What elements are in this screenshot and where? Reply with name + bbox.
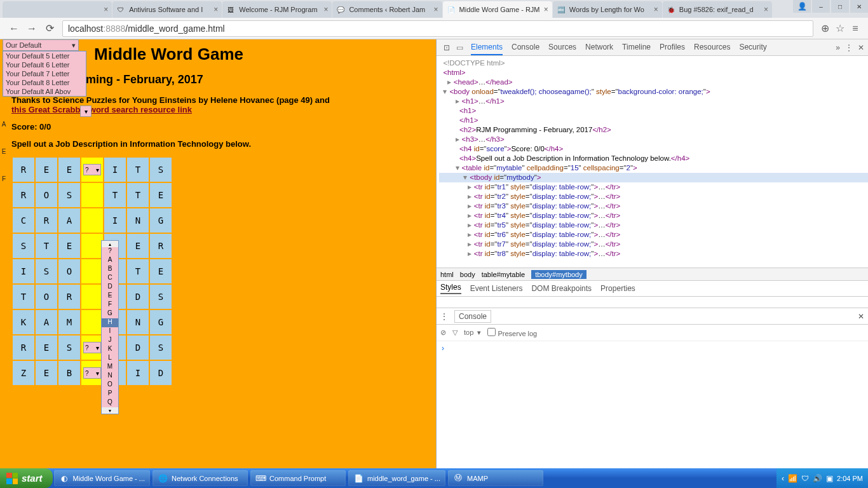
mode-dropdown-list[interactable]: Your Default 5 LetterYour Default 6 Lett…	[3, 51, 86, 97]
mode-option[interactable]: Your Default 6 Letter	[3, 60, 86, 69]
tray-shield-icon[interactable]: 🛡	[801, 474, 809, 483]
devtools-tab[interactable]: Profiles	[660, 40, 685, 55]
alpha-option[interactable]: K	[102, 345, 118, 354]
answer-cell[interactable]: ?▾	[81, 336, 103, 360]
more-tabs-icon[interactable]: »	[836, 43, 840, 52]
forward-button[interactable]: →	[23, 20, 41, 37]
tab-close-icon[interactable]: ×	[651, 5, 658, 14]
taskbar-item[interactable]: ⓂMAMP	[448, 470, 543, 486]
popup-down-arrow-icon[interactable]: ▾	[102, 407, 118, 414]
inspect-icon[interactable]: ⊡	[440, 41, 453, 54]
styles-subtab[interactable]: Event Listeners	[470, 284, 523, 293]
alpha-option[interactable]: J	[102, 336, 118, 345]
browser-tab[interactable]: 🛡Antivirus Software and I×	[112, 1, 222, 18]
tab-close-icon[interactable]: ×	[541, 5, 548, 14]
mode-dropdown-selected[interactable]: Our Default▾	[3, 39, 79, 51]
mode-dropdown[interactable]: Our Default▾ Your Default 5 LetterYour D…	[3, 39, 86, 97]
styles-subtab[interactable]: DOM Breakpoints	[531, 284, 592, 293]
tab-close-icon[interactable]: ×	[211, 5, 218, 14]
clear-console-icon[interactable]: ⊘	[440, 329, 446, 337]
answer-cell[interactable]	[81, 310, 103, 334]
reload-button[interactable]: ⟳	[41, 20, 58, 37]
breadcrumb-item[interactable]: table#mytable	[482, 271, 526, 278]
devtools-tab[interactable]: Timeline	[622, 40, 651, 55]
alpha-option[interactable]: Q	[102, 398, 118, 407]
profile-icon[interactable]: 👤	[793, 0, 811, 13]
taskbar-item[interactable]: 📄middle_word_game - ...	[348, 470, 445, 486]
alpha-option[interactable]: O	[102, 381, 118, 390]
devtools-tab[interactable]: Sources	[548, 40, 576, 55]
answer-cell[interactable]	[81, 208, 103, 233]
devtools-tab[interactable]: Console	[512, 40, 539, 55]
alpha-option[interactable]: A	[102, 256, 118, 265]
tray-arrow-icon[interactable]: ‹	[782, 474, 784, 483]
devtools-close-icon[interactable]: ✕	[858, 43, 864, 52]
filter-icon[interactable]: ▽	[452, 329, 458, 337]
hamburger-menu-icon[interactable]: ≡	[848, 21, 863, 36]
console-drawer-menu-icon[interactable]: ⋮	[440, 312, 448, 321]
breadcrumb-item[interactable]: tbody#mytbody	[531, 270, 587, 279]
browser-tab[interactable]: 🖼Welcome - RJM Program×	[222, 1, 332, 18]
alpha-option[interactable]: B	[102, 265, 118, 274]
start-button[interactable]: start	[0, 468, 53, 488]
clock[interactable]: 2:04 PM	[837, 475, 863, 482]
minimize-button[interactable]: –	[812, 0, 830, 13]
taskbar-item[interactable]: ⌨Command Prompt	[250, 470, 346, 486]
browser-tab[interactable]: ×	[3, 1, 112, 18]
close-button[interactable]: ✕	[850, 0, 868, 13]
system-tray[interactable]: ‹ 📶 🛡 🔊 ▣ 2:04 PM	[776, 468, 868, 488]
alpha-option[interactable]: P	[102, 390, 118, 398]
tab-close-icon[interactable]: ×	[321, 5, 328, 14]
answer-cell[interactable]: ?▾	[81, 158, 103, 182]
alpha-option[interactable]: H	[102, 318, 118, 327]
devtools-menu-icon[interactable]: ⋮	[845, 43, 853, 52]
maximize-button[interactable]: □	[831, 0, 849, 13]
console-tab-label[interactable]: Console	[454, 310, 491, 323]
tab-close-icon[interactable]: ×	[431, 5, 438, 14]
browser-tab[interactable]: 🐞Bug #5826: exif_read_d×	[663, 1, 772, 18]
preserve-log-checkbox[interactable]: Preserve log	[487, 328, 537, 337]
tray-app-icon[interactable]: ▣	[826, 474, 833, 483]
bookmark-star-icon[interactable]: ☆	[832, 21, 848, 36]
mode-option[interactable]: Your Default 8 Letter	[3, 78, 86, 87]
breadcrumb[interactable]: htmlbodytable#mytabletbody#mytbody	[437, 268, 868, 280]
devtools-tab[interactable]: Security	[739, 40, 766, 55]
mode-dropdown-aux-arrow[interactable]: ▾	[80, 105, 92, 117]
alpha-option[interactable]: G	[102, 309, 118, 318]
taskbar-item[interactable]: ◐Middle Word Game - ...	[54, 470, 151, 486]
alpha-option[interactable]: N	[102, 372, 118, 381]
console-body[interactable]: ›	[437, 341, 868, 468]
context-select[interactable]: top ▾	[464, 329, 481, 337]
alpha-option[interactable]: M	[102, 363, 118, 372]
alpha-option[interactable]: I	[102, 327, 118, 336]
alpha-option[interactable]: L	[102, 354, 118, 363]
letter-select[interactable]: ?▾	[83, 367, 101, 379]
styles-subtab[interactable]: Properties	[600, 284, 635, 293]
devtools-tab[interactable]: Network	[585, 40, 613, 55]
alpha-option[interactable]: F	[102, 301, 118, 309]
devtools-tab[interactable]: Elements	[471, 40, 503, 55]
zoom-icon[interactable]: ⊕	[817, 21, 832, 36]
alpha-option[interactable]: C	[102, 274, 118, 283]
tray-network-icon[interactable]: 📶	[788, 474, 797, 483]
styles-subtab[interactable]: Styles	[440, 283, 461, 294]
answer-cell[interactable]	[81, 285, 103, 309]
scrabble-resource-link[interactable]: this Great Scrabble word search resource…	[11, 105, 192, 114]
devtools-tab[interactable]: Resources	[694, 40, 730, 55]
letter-select[interactable]: ?▾	[83, 342, 101, 353]
answer-cell[interactable]	[81, 259, 103, 283]
device-mode-icon[interactable]: ▭	[453, 41, 466, 54]
tray-volume-icon[interactable]: 🔊	[813, 474, 822, 483]
breadcrumb-item[interactable]: html	[440, 271, 454, 278]
console-close-icon[interactable]: ✕	[858, 312, 864, 321]
mode-option[interactable]: Your Default 7 Letter	[3, 69, 86, 78]
answer-cell[interactable]: ?▾	[81, 361, 103, 385]
breadcrumb-item[interactable]: body	[460, 271, 475, 278]
browser-tab[interactable]: 📄Middle Word Game - RJM×	[443, 1, 552, 18]
dom-tree[interactable]: <!DOCTYPE html> <html> ▸<head>…</head> ▾…	[437, 56, 868, 268]
alpha-option[interactable]: E	[102, 292, 118, 301]
tab-close-icon[interactable]: ×	[101, 5, 108, 14]
answer-cell[interactable]	[81, 183, 103, 207]
popup-up-arrow-icon[interactable]: ▴	[102, 241, 118, 247]
tab-close-icon[interactable]: ×	[761, 5, 768, 14]
